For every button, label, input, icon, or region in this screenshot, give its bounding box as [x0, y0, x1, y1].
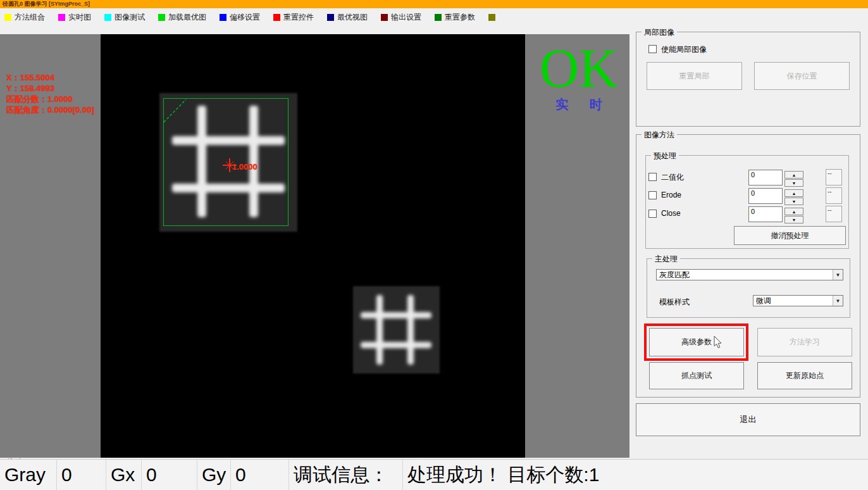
chevron-down-icon: ▼ — [833, 296, 843, 306]
mouse-cursor-icon — [714, 336, 723, 349]
navy-swatch-icon — [327, 14, 334, 21]
live-mode-text: 实 时 — [528, 96, 629, 113]
toolbar-item-label: 最优视图 — [337, 12, 368, 23]
template-style-label: 模板样式 — [659, 297, 690, 308]
method-select[interactable]: 灰度匹配 ▼ — [656, 269, 843, 280]
toolbar-item-label: 图像测试 — [115, 12, 145, 23]
erode-label: Erode — [661, 191, 681, 199]
local-image-group-title: 局部图像 — [642, 27, 677, 38]
advanced-params-button[interactable]: 高级参数 — [649, 328, 744, 356]
method-learn-button[interactable]: 方法学习 — [757, 328, 852, 356]
grab-point-test-button[interactable]: 抓点测试 — [649, 362, 744, 389]
gray-value: 0 — [57, 460, 106, 490]
toolbar-item-label: 方法组合 — [15, 12, 45, 23]
toolbar-item-live-image[interactable]: 实时图 — [58, 12, 91, 23]
debug-message: 处理成功！ 目标个数:1 — [403, 460, 868, 490]
main-process-group-title: 主处理 — [652, 254, 680, 265]
toolbar-item-best-view[interactable]: 最优视图 — [327, 12, 368, 23]
readout-y: Y：158.4993 — [6, 83, 94, 94]
toolbar-item-reset-params[interactable]: 重置参数 — [435, 12, 475, 23]
toolbar-item-method-combo[interactable]: 方法组合 — [4, 12, 45, 23]
olive-swatch-icon — [488, 14, 495, 21]
darkgreen-swatch-icon — [435, 14, 442, 21]
window-title: 径圆孔0 图像学习 [SYImgProc_S] — [0, 0, 868, 8]
toolbar-item-reset-controls[interactable]: 重置控件 — [273, 12, 314, 23]
close-op-value-input[interactable]: 0 — [748, 206, 783, 222]
toolbar-item-label: 偏移设置 — [230, 12, 260, 23]
close-op-spin-up-button[interactable]: ▲ — [784, 208, 803, 215]
method-select-value: 灰度匹配 — [659, 270, 690, 280]
gray-label: Gray — [0, 460, 57, 490]
darkred-swatch-icon — [381, 14, 388, 21]
status-bar: Gray 0 Gx 0 Gy 0 调试信息： 处理成功！ 目标个数:1 — [0, 459, 868, 490]
close-op-checkbox[interactable] — [648, 210, 657, 218]
close-op-aux-box: -- — [826, 206, 842, 222]
template-style-select[interactable]: 微调 ▼ — [753, 295, 843, 306]
image-canvas[interactable]: 1.0000 — [101, 34, 525, 458]
toolbar-item-label: 输出设置 — [391, 12, 421, 23]
binarize-checkbox[interactable] — [648, 173, 657, 181]
toolbar-item-label: 重置参数 — [445, 12, 475, 23]
enable-local-image-checkbox[interactable] — [648, 45, 657, 53]
gy-value: 0 — [231, 460, 289, 490]
roi-corner-diagonal — [163, 98, 190, 125]
readout-panel-left: X：155.5004 Y：158.4993 匹配分数：1.0000 匹配角度：0… — [0, 34, 101, 458]
toolbar-item-output-settings[interactable]: 输出设置 — [381, 12, 421, 23]
toolbar-item-extra[interactable] — [488, 14, 499, 21]
binarize-label: 二值化 — [661, 172, 684, 183]
chevron-down-icon: ▼ — [833, 270, 843, 280]
toolbar-item-label: 重置控件 — [283, 12, 314, 23]
erode-checkbox[interactable] — [648, 191, 657, 199]
binarize-value-input[interactable]: 0 — [748, 170, 783, 185]
gy-label: Gy — [197, 460, 231, 490]
toolbar-item-image-test[interactable]: 图像测试 — [104, 12, 145, 23]
main-process-group: 主处理 — [647, 258, 850, 318]
close-op-label: Close — [661, 209, 681, 218]
save-position-button[interactable]: 保存位置 — [754, 62, 850, 90]
erode-value-input[interactable]: 0 — [748, 188, 783, 204]
toolbar-item-label: 加载最优图 — [168, 12, 206, 23]
toolbar-item-label: 实时图 — [68, 12, 91, 23]
enable-local-image-label: 使能局部图像 — [661, 44, 707, 55]
undo-preprocess-button[interactable]: 撤消预处理 — [734, 226, 846, 245]
match-score-label: 1.0000 — [232, 161, 257, 172]
binarize-spin-down-button[interactable]: ▼ — [784, 179, 803, 187]
debug-info-label: 调试信息： — [289, 460, 403, 490]
image-method-group-title: 图像方法 — [642, 130, 677, 141]
binarize-aux-box: -- — [826, 169, 842, 185]
green-swatch-icon — [158, 14, 165, 21]
red-swatch-icon — [273, 14, 280, 21]
erode-spin-up-button[interactable]: ▲ — [784, 189, 803, 197]
readout-match-score: 匹配分数：1.0000 — [6, 94, 94, 104]
yellow-swatch-icon — [4, 14, 11, 21]
erode-aux-box: -- — [826, 187, 842, 204]
close-op-spin-down-button[interactable]: ▼ — [784, 216, 803, 223]
toolbar: 方法组合 实时图 图像测试 加载最优图 偏移设置 重置控件 最优视图 输出设置 … — [0, 8, 868, 26]
cyan-swatch-icon — [104, 14, 111, 21]
blue-swatch-icon — [220, 14, 226, 21]
preprocess-group-title: 预处理 — [651, 151, 679, 161]
reset-local-button[interactable]: 重置局部 — [647, 62, 742, 90]
readout-x: X：155.5004 — [6, 72, 94, 83]
binarize-spin-up-button[interactable]: ▲ — [784, 171, 803, 179]
update-origin-button[interactable]: 更新原始点 — [757, 362, 852, 389]
readout-match-angle: 匹配角度：0.0000[0.00] — [6, 104, 94, 115]
match-readout: X：155.5004 Y：158.4993 匹配分数：1.0000 匹配角度：0… — [6, 72, 94, 115]
magenta-swatch-icon — [58, 14, 65, 21]
gx-label: Gx — [106, 460, 142, 490]
toolbar-item-offset-settings[interactable]: 偏移设置 — [220, 12, 260, 23]
template-pattern-2 — [353, 286, 440, 374]
erode-spin-down-button[interactable]: ▼ — [784, 198, 803, 205]
result-status-text: OK — [528, 38, 629, 99]
exit-button[interactable]: 退出 — [636, 403, 860, 436]
template-style-select-value: 微调 — [756, 296, 771, 306]
toolbar-item-load-best[interactable]: 加载最优图 — [158, 12, 206, 23]
gx-value: 0 — [142, 460, 197, 490]
